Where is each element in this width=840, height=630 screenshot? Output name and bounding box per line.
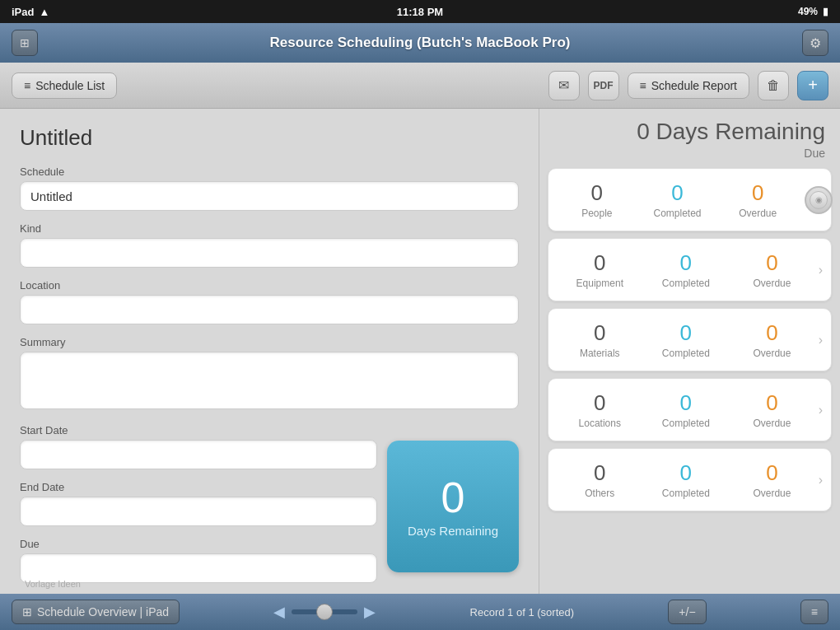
locations-label: Locations [557,418,643,429]
people-overdue-label: Overdue [717,208,798,219]
schedule-overview-label: Schedule Overview | iPad [37,605,169,618]
locations-completed-label: Completed [643,418,730,429]
others-label: Others [557,488,643,499]
days-remaining-header: 0 Days Remaining [548,119,832,145]
others-overdue-label: Overdue [729,488,815,499]
locations-count-col: 0 Locations [557,390,643,429]
pdf-button[interactable]: PDF [588,71,619,100]
record-indicator: Record 1 of 1 (sorted) [470,606,574,618]
scroll-circle: ◉ [810,191,828,209]
start-date-field: Start Date [20,424,377,469]
equipment-count: 0 [557,250,643,276]
equipment-overdue-count: 0 [729,250,815,276]
kind-label: Kind [20,222,519,235]
email-icon: ✉ [558,77,569,93]
nav-slider[interactable] [292,609,357,614]
app-title: Resource Scheduling (Butch's MacBook Pro… [270,35,571,51]
windows-button[interactable]: ⊞ [12,30,38,56]
add-button[interactable]: + [797,71,828,100]
locations-chevron: › [815,403,823,418]
people-label: People [557,208,637,219]
materials-count: 0 [557,320,643,346]
locations-completed-col: 0 Completed [643,390,730,429]
people-completed-col: 0 Completed [637,180,718,219]
others-overdue-col: 0 Overdue [729,460,815,499]
next-arrow[interactable]: ▶ [364,603,376,621]
schedule-input[interactable] [20,181,519,211]
materials-label: Materials [557,348,643,359]
end-date-field: End Date [20,481,377,526]
plus-icon: + [808,76,818,95]
others-completed-col: 0 Completed [643,460,730,499]
equipment-completed-label: Completed [643,278,730,289]
list-icon: ≡ [24,79,30,92]
schedule-list-button[interactable]: ≡ Schedule List [12,72,117,99]
equipment-resource-row[interactable]: 0 Equipment 0 Completed 0 Overdue › [548,238,832,301]
days-remaining-label: Days Remaining [408,524,498,538]
ipad-label: iPad [12,6,34,18]
title-bar: ⊞ Resource Scheduling (Butch's MacBook P… [0,23,840,63]
record-title: Untitled [20,125,519,151]
end-date-input[interactable] [20,497,377,526]
locations-overdue-col: 0 Overdue [729,390,815,429]
prev-arrow[interactable]: ◀ [273,603,285,621]
kind-field: Kind [20,222,519,268]
status-bar: iPad ▲ 11:18 PM 49% ▮ [0,0,840,23]
due-label: Due [20,538,377,550]
schedule-list-label: Schedule List [35,79,105,92]
schedule-report-button[interactable]: ≡ Schedule Report [628,72,749,99]
due-header: Due [548,147,832,160]
pdf-label: PDF [594,80,614,91]
materials-overdue-col: 0 Overdue [729,320,815,359]
summary-input[interactable] [20,352,519,409]
materials-resource-row[interactable]: 0 Materials 0 Completed 0 Overdue › [548,308,832,371]
others-count-col: 0 Others [557,460,643,499]
people-overdue-count: 0 [717,180,798,206]
filter-button[interactable]: +/− [668,600,706,624]
settings-button[interactable]: ⚙ [802,30,828,56]
battery-label: 49% [798,6,818,17]
status-bar-right: 49% ▮ [798,6,828,17]
toolbar: ≡ Schedule List ✉ PDF ≡ Schedule Report … [0,63,840,109]
start-date-input[interactable] [20,440,377,469]
email-button[interactable]: ✉ [548,71,580,100]
schedule-label: Schedule [20,166,519,178]
date-left: Start Date End Date Due [20,424,377,594]
schedule-overview-button[interactable]: ⊞ Schedule Overview | iPad [12,600,180,624]
others-resource-row[interactable]: 0 Others 0 Completed 0 Overdue › [548,448,832,511]
right-panel: 0 Days Remaining Due 0 People 0 Complete… [539,109,840,594]
equipment-label: Equipment [557,278,643,289]
locations-overdue-label: Overdue [729,418,815,429]
others-chevron: › [815,473,823,488]
start-date-label: Start Date [20,424,377,436]
left-panel: Untitled Schedule Kind Location Summary … [0,109,539,594]
people-count-col: 0 People [557,180,637,219]
location-field: Location [20,279,519,324]
delete-button[interactable]: 🗑 [758,71,789,100]
sort-button[interactable]: ≡ [800,600,828,624]
materials-completed-col: 0 Completed [643,320,730,359]
status-bar-time: 11:18 PM [397,6,443,18]
equipment-completed-count: 0 [643,250,730,276]
people-count: 0 [557,180,637,206]
kind-input[interactable] [20,238,519,268]
watermark: Vorlage Ideen [25,579,81,589]
people-completed-count: 0 [637,180,718,206]
location-input[interactable] [20,295,519,324]
materials-chevron: › [815,333,823,348]
days-remaining-value: 0 Days Remaining [637,119,825,144]
people-overdue-col: 0 Overdue [717,180,798,219]
status-bar-left: iPad ▲ [12,6,49,18]
equipment-completed-col: 0 Completed [643,250,730,289]
wifi-icon: ▲ [39,6,49,18]
materials-overdue-count: 0 [729,320,815,346]
others-overdue-count: 0 [729,460,815,486]
scroll-indicator: ◉ [805,186,833,214]
people-completed-label: Completed [637,208,718,219]
sort-icon: ≡ [811,605,818,618]
equipment-count-col: 0 Equipment [557,250,643,289]
filter-icon: +/− [679,605,695,618]
end-date-label: End Date [20,481,377,493]
locations-resource-row[interactable]: 0 Locations 0 Completed 0 Overdue › [548,378,832,441]
people-resource-row[interactable]: 0 People 0 Completed 0 Overdue ◉ [548,168,832,231]
